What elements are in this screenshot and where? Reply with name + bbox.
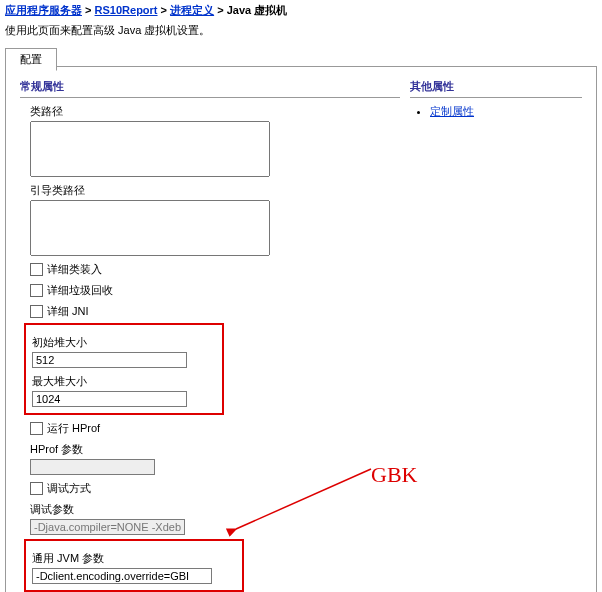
config-panel: 常规属性 类路径 引导类路径 详细类装入 详细垃圾回收 详细 JNI 初始堆大小… — [5, 67, 597, 592]
breadcrumb-sep: > — [161, 4, 167, 16]
label-init-heap: 初始堆大小 — [32, 335, 216, 350]
label-debug-args: 调试参数 — [30, 502, 400, 517]
breadcrumb-sep: > — [217, 4, 223, 16]
max-heap-input[interactable] — [32, 391, 187, 407]
section-general: 常规属性 — [20, 79, 400, 98]
label-verbose-jni: 详细 JNI — [47, 304, 89, 319]
run-hprof-checkbox[interactable] — [30, 422, 43, 435]
generic-jvm-input[interactable] — [32, 568, 212, 584]
breadcrumb-link-appserver[interactable]: 应用程序服务器 — [5, 4, 82, 16]
label-hprof-args: HProf 参数 — [30, 442, 400, 457]
label-verbose-gc: 详细垃圾回收 — [47, 283, 113, 298]
link-custom-properties[interactable]: 定制属性 — [430, 105, 474, 117]
debug-mode-checkbox[interactable] — [30, 482, 43, 495]
breadcrumb-link-rs10report[interactable]: RS10Report — [95, 4, 158, 16]
label-debug-mode: 调试方式 — [47, 481, 91, 496]
init-heap-input[interactable] — [32, 352, 187, 368]
debug-args-input — [30, 519, 185, 535]
annotation-gbk: GBK — [371, 462, 417, 488]
label-classpath: 类路径 — [30, 104, 400, 119]
label-verbose-class: 详细类装入 — [47, 262, 102, 277]
breadcrumb-link-processdef[interactable]: 进程定义 — [170, 4, 214, 16]
label-bootcp: 引导类路径 — [30, 183, 400, 198]
verbose-class-checkbox[interactable] — [30, 263, 43, 276]
verbose-jni-checkbox[interactable] — [30, 305, 43, 318]
label-generic-jvm: 通用 JVM 参数 — [32, 551, 236, 566]
page-description: 使用此页面来配置高级 Java 虚拟机设置。 — [0, 21, 602, 44]
label-max-heap: 最大堆大小 — [32, 374, 216, 389]
breadcrumb-current: Java 虚拟机 — [227, 4, 288, 16]
breadcrumb: 应用程序服务器 > RS10Report > 进程定义 > Java 虚拟机 — [0, 0, 602, 21]
section-other: 其他属性 — [410, 79, 582, 98]
other-props-list: 定制属性 — [430, 104, 582, 119]
hprof-args-input — [30, 459, 155, 475]
classpath-input[interactable] — [30, 121, 270, 177]
breadcrumb-sep: > — [85, 4, 91, 16]
label-run-hprof: 运行 HProf — [47, 421, 100, 436]
jvm-args-highlight-box: 通用 JVM 参数 — [24, 539, 244, 592]
verbose-gc-checkbox[interactable] — [30, 284, 43, 297]
heap-highlight-box: 初始堆大小 最大堆大小 — [24, 323, 224, 415]
tab-strip: 配置 — [5, 47, 597, 67]
bootcp-input[interactable] — [30, 200, 270, 256]
